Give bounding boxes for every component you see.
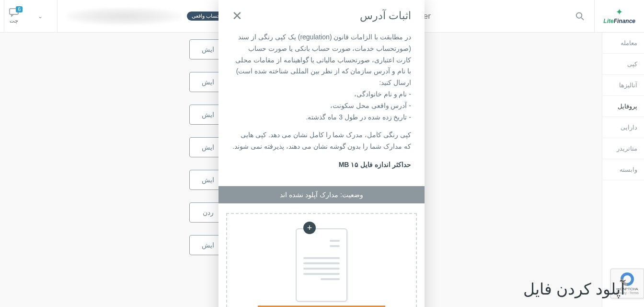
- chat-badge: 6: [16, 6, 23, 12]
- plus-icon: +: [303, 222, 316, 234]
- svg-line-2: [582, 17, 584, 20]
- file-upload-dropzone[interactable]: + اضافه کردن فایل: [226, 213, 417, 307]
- modal-paragraph-1: در مطابقت با الزامات قانون (regulation) …: [235, 33, 411, 86]
- logo[interactable]: ✦ LiteFinance: [594, 0, 644, 33]
- sidebar-item-profile[interactable]: پروفایل: [602, 96, 644, 117]
- sidebar-item-metatrader[interactable]: متاتریدر: [602, 138, 644, 159]
- modal-bullet-1: - نام و نام خانوادگی،: [354, 90, 411, 98]
- search-icon[interactable]: [575, 12, 585, 21]
- chevron-down-icon[interactable]: ⌄: [32, 13, 48, 20]
- sidebar-item-trade[interactable]: معامله: [602, 33, 644, 54]
- right-sidebar: معامله کپی آنالیزها پروفایل دارایی متاتر…: [602, 33, 644, 307]
- annotation-label: آپلود کردن فایل: [523, 280, 625, 298]
- upload-status-bar: وضعیت: مدارک آپلود نشده اند: [218, 186, 425, 203]
- sidebar-item-analysis[interactable]: آنالیزها: [602, 75, 644, 96]
- document-illustration-icon: +: [293, 223, 350, 302]
- modal-title: اثبات آدرس: [360, 10, 411, 22]
- chat-label: چت: [10, 18, 18, 24]
- address-proof-modal: اثبات آدرس ✕ در مطابقت با الزامات قانون …: [218, 0, 425, 307]
- sidebar-item-assets[interactable]: دارایی: [602, 117, 644, 138]
- close-icon[interactable]: ✕: [232, 10, 242, 22]
- modal-bullet-3: - تاریخ زده شده در طول 3 ماه گذشته.: [306, 113, 411, 121]
- logo-mark-icon: ✦: [603, 8, 635, 16]
- modal-paragraph-2: کپی رنگی کامل، مدرک شما را کامل نشان می …: [232, 130, 411, 153]
- svg-point-1: [576, 12, 582, 18]
- modal-bullet-2: - آدرس واقعی محل سکونت،: [330, 102, 411, 109]
- sidebar-item-copy[interactable]: کپی: [602, 54, 644, 75]
- user-account-area[interactable]: حساب واقعی: [57, 0, 234, 33]
- chat-widget[interactable]: 6 چت: [4, 0, 23, 33]
- sidebar-item-affiliate[interactable]: وابسته: [602, 159, 644, 180]
- user-info-blurred: [66, 8, 181, 25]
- file-size-note: حداکثر اندازه فایل ۱۵ MB: [232, 159, 411, 171]
